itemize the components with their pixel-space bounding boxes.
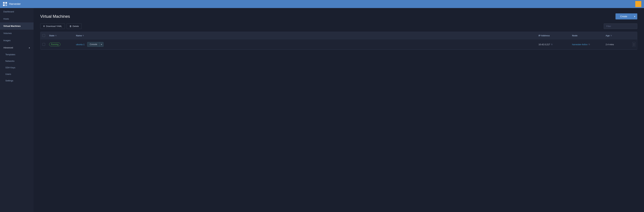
header-actions [635,1,641,7]
sidebar: Dashboard Hosts Virtual Machines Volumes… [0,8,34,212]
svg-rect-3 [5,4,7,6]
create-button-group: Create ▾ [616,13,637,19]
svg-rect-2 [3,4,5,6]
row-select-cell[interactable] [40,40,47,48]
console-dropdown-button[interactable]: ▾ [100,42,104,47]
row-actions-cell[interactable]: ⋮ [630,39,637,49]
svg-rect-0 [3,2,5,4]
sidebar-item-advanced[interactable]: Advanced ▲ [0,44,34,51]
top-header: Harvester [0,0,644,8]
sidebar-item-settings[interactable]: Settings [0,77,34,84]
name-sort-icon: ⇅ [82,35,84,36]
select-all-header[interactable] [40,32,47,39]
header-brand: Harvester [3,2,21,6]
trash-icon: 🗑 [70,25,72,27]
vm-table: State ⇅ Name ⇅ IP Address Node Age ⇅ [40,32,637,50]
column-node: Node [570,32,604,39]
create-dropdown-button[interactable]: ▾ [632,13,637,19]
row-node-cell: harvester-4x6xv ⧉ [570,40,604,48]
row-ip-cell: 10.42.0.217 ⧉ [536,40,570,48]
harvester-logo-icon [3,2,8,6]
sidebar-item-users[interactable]: Users [0,71,34,77]
row-name-cell: ubuntu-1 Console ▾ [74,39,536,49]
toolbar: ⬇ Download YAML 🗑 Delete [40,23,637,29]
app-body: Dashboard Hosts Virtual Machines Volumes… [0,8,644,212]
vm-name-link[interactable]: ubuntu-1 [76,43,84,46]
delete-button[interactable]: 🗑 Delete [66,23,82,29]
console-button[interactable]: Console [87,42,100,47]
console-btn-group: Console ▾ [87,42,104,47]
sidebar-item-virtual-machines[interactable]: Virtual Machines [0,22,34,30]
page-header: Virtual Machines Create ▾ [40,13,637,19]
column-ip-address: IP Address [536,32,570,39]
main-content: Virtual Machines Create ▾ ⬇ Download YAM… [34,8,644,212]
sidebar-item-images[interactable]: Images [0,37,34,44]
table-header: State ⇅ Name ⇅ IP Address Node Age ⇅ [40,32,637,39]
column-age[interactable]: Age ⇅ [604,32,630,39]
row-checkbox[interactable] [42,43,45,46]
row-state-cell: Running [47,40,74,49]
row-age-cell: 2.4 mins [604,40,630,48]
create-button[interactable]: Create [616,13,632,19]
sidebar-item-networks[interactable]: Networks [0,58,34,64]
column-state[interactable]: State ⇅ [47,32,74,39]
page-title: Virtual Machines [40,14,70,19]
ip-address-value: 10.42.0.217 [538,43,550,46]
advanced-chevron-icon: ▲ [28,47,30,48]
sidebar-item-ssh-keys[interactable]: SSH Keys [0,64,34,71]
grid-menu-button[interactable] [635,1,641,7]
column-actions [630,32,637,39]
download-yaml-button[interactable]: ⬇ Download YAML [40,23,65,29]
chevron-down-icon: ▾ [101,43,102,45]
svg-rect-1 [5,2,7,4]
filter-container [604,23,637,29]
copy-node-icon[interactable]: ⧉ [588,43,590,45]
sidebar-item-dashboard[interactable]: Dashboard [0,8,34,15]
state-sort-icon: ⇅ [55,35,56,36]
chevron-down-icon: ▾ [634,15,635,18]
sidebar-item-templates[interactable]: Templates [0,51,34,58]
copy-ip-icon[interactable]: ⧉ [551,43,552,45]
download-icon: ⬇ [43,25,45,27]
app-title: Harvester [9,2,21,5]
column-name[interactable]: Name ⇅ [74,32,536,39]
sidebar-item-volumes[interactable]: Volumes [0,30,34,37]
age-sort-icon: ⇅ [610,35,612,36]
sidebar-item-hosts[interactable]: Hosts [0,15,34,22]
more-actions-button[interactable]: ⋮ [632,42,636,47]
table-row: Running ubuntu-1 Console ▾ [40,39,637,50]
node-link[interactable]: harvester-4x6xv ⧉ [572,43,590,46]
status-badge: Running [49,42,60,46]
filter-input[interactable] [604,23,637,29]
toolbar-left: ⬇ Download YAML 🗑 Delete [40,23,82,29]
select-all-checkbox[interactable] [42,34,45,37]
